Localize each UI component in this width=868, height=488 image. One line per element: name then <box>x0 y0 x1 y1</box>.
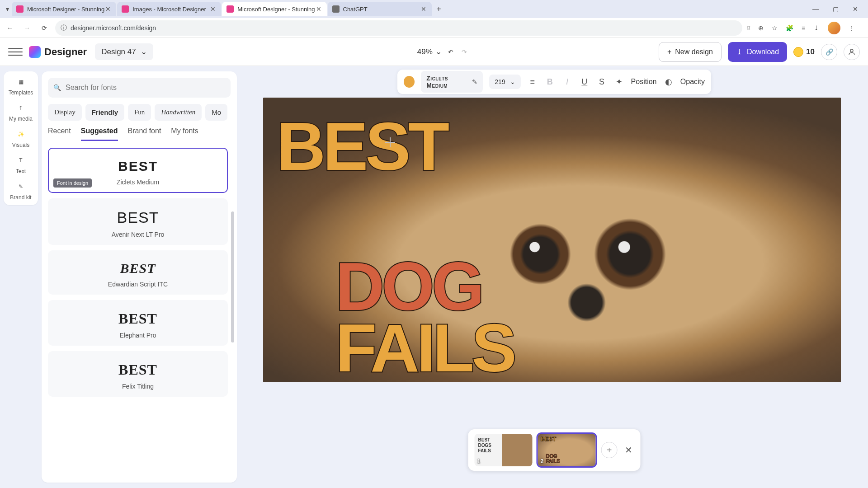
tab-title: Microsoft Designer - Stunning <box>237 6 315 13</box>
move-handle-icon[interactable] <box>385 137 395 147</box>
zoom-icon[interactable]: ⊕ <box>758 24 764 32</box>
side-rail-item-text[interactable]: TText <box>6 155 35 174</box>
font-tab-suggested[interactable]: Suggested <box>81 127 118 141</box>
extensions-icon[interactable]: 🧩 <box>786 24 793 32</box>
nav-back[interactable]: ← <box>4 22 16 34</box>
font-card[interactable]: BESTFelix Titling <box>48 351 228 397</box>
new-tab-button[interactable]: + <box>433 5 445 14</box>
text-element-fails[interactable]: FAILS <box>335 309 514 382</box>
align-icon[interactable]: ≡ <box>527 77 538 87</box>
font-name-label: Elephant Pro <box>55 332 221 339</box>
rail-item-label: Visuals <box>12 142 29 148</box>
tab-title: Images - Microsoft Designer <box>132 6 209 13</box>
font-card[interactable]: BESTEdwardian Script ITC <box>48 250 228 295</box>
position-button[interactable]: Position <box>631 78 657 86</box>
tab-title: Microsoft Designer - Stunning <box>27 6 104 13</box>
zoom-dropdown[interactable]: 49% ⌄ <box>417 47 442 56</box>
pencil-icon: ✎ <box>472 78 477 85</box>
underline-button[interactable]: U <box>579 77 590 87</box>
tab-search-dropdown[interactable]: ▾ <box>3 5 12 13</box>
main-area: ▦Templates⤒My media✨VisualsTText✎Brand k… <box>0 66 868 488</box>
font-tab-brand-font[interactable]: Brand font <box>128 127 161 141</box>
rail-item-icon: ⤒ <box>15 102 27 114</box>
side-rail-item-brand-kit[interactable]: ✎Brand kit <box>6 181 35 201</box>
chevron-down-icon: ⌄ <box>435 47 442 56</box>
font-size-value: 219 <box>495 78 505 85</box>
browser-tab[interactable]: Microsoft Designer - Stunning✕ <box>12 2 116 16</box>
download-label: Download <box>747 48 779 56</box>
hamburger-menu[interactable] <box>8 45 23 59</box>
font-category-chip[interactable]: Mo <box>205 104 227 121</box>
font-category-chip[interactable]: Fun <box>128 104 151 121</box>
window-close[interactable]: ✕ <box>845 0 865 18</box>
account-button[interactable] <box>844 44 860 60</box>
side-rail: ▦Templates⤒My media✨VisualsTText✎Brand k… <box>0 66 42 488</box>
redo-button[interactable]: ↷ <box>462 48 467 56</box>
font-search-box[interactable]: 🔍 <box>48 78 231 98</box>
tab-close-icon[interactable]: ✕ <box>315 5 322 13</box>
close-pages-strip[interactable]: ✕ <box>623 445 634 455</box>
side-rail-item-my-media[interactable]: ⤒My media <box>6 102 35 122</box>
bold-button[interactable]: B <box>544 77 555 87</box>
new-design-label: New design <box>675 48 713 56</box>
install-app-icon[interactable]: ⌑ <box>747 24 750 32</box>
tab-close-icon[interactable]: ✕ <box>209 5 217 13</box>
window-minimize[interactable]: — <box>806 0 826 18</box>
site-info-icon[interactable]: ⓘ <box>61 24 67 32</box>
font-search-input[interactable] <box>66 84 225 92</box>
text-element-best[interactable]: BEST <box>277 108 447 186</box>
side-rail-item-visuals[interactable]: ✨Visuals <box>6 128 35 148</box>
tab-close-icon[interactable]: ✕ <box>420 5 427 13</box>
design-name-dropdown[interactable]: Design 47 ⌄ <box>95 43 153 60</box>
font-preview: BEST <box>55 361 221 378</box>
address-bar[interactable]: ⓘ designer.microsoft.com/design <box>55 20 742 36</box>
add-page-button[interactable]: + <box>601 442 618 458</box>
font-tab-my-fonts[interactable]: My fonts <box>171 127 198 141</box>
design-canvas[interactable]: BEST DOG FAILS <box>263 98 841 382</box>
font-size-selector[interactable]: 219 ⌄ <box>489 75 520 89</box>
profile-avatar[interactable] <box>828 22 840 34</box>
reading-list-icon[interactable]: ≡ <box>802 24 805 32</box>
favicon-icon <box>122 5 129 13</box>
download-button[interactable]: ⭳ Download <box>728 42 787 62</box>
font-name-label: Edwardian Script ITC <box>55 281 221 288</box>
browser-tab[interactable]: Images - Microsoft Designer✕ <box>117 2 221 16</box>
share-link-button[interactable]: 🔗 <box>821 44 837 60</box>
font-card[interactable]: BESTElephant Pro <box>48 300 228 346</box>
bookmark-icon[interactable]: ☆ <box>772 24 778 32</box>
tab-close-icon[interactable]: ✕ <box>104 5 112 13</box>
browser-tab[interactable]: ChatGPT✕ <box>328 2 432 16</box>
font-category-chip[interactable]: Friendly <box>85 104 124 121</box>
kebab-menu-icon[interactable]: ⋮ <box>849 24 855 32</box>
font-category-chip[interactable]: Display <box>48 104 82 121</box>
font-tab-recent[interactable]: Recent <box>48 127 71 141</box>
font-category-chips: DisplayFriendlyFunHandwrittenMo <box>48 104 231 121</box>
effects-icon[interactable]: ✦ <box>613 77 624 87</box>
downloads-icon[interactable]: ⭳ <box>813 24 820 32</box>
side-rail-item-templates[interactable]: ▦Templates <box>6 76 35 96</box>
font-in-design-badge: Font in design <box>53 178 92 188</box>
font-card[interactable]: BESTZiclets MediumFont in design <box>48 148 228 193</box>
undo-redo-group: ↶ ↷ <box>448 48 467 56</box>
page-thumbnail-1[interactable]: 1 <box>475 434 533 466</box>
page-thumbnail-2[interactable]: 2 <box>538 434 596 466</box>
browser-tab[interactable]: Microsoft Designer - Stunning✕ <box>222 2 326 16</box>
scrollbar-thumb[interactable] <box>231 211 234 343</box>
nav-forward[interactable]: → <box>21 22 33 34</box>
nav-reload[interactable]: ⟳ <box>38 22 51 34</box>
font-list[interactable]: BESTZiclets MediumFont in designBESTAven… <box>48 148 231 476</box>
undo-button[interactable]: ↶ <box>448 48 453 56</box>
credits-counter[interactable]: 10 <box>793 47 815 57</box>
font-card[interactable]: BESTAvenir Next LT Pro <box>48 198 228 245</box>
text-color-swatch[interactable] <box>404 76 415 88</box>
browser-toolbar: ← → ⟳ ⓘ designer.microsoft.com/design ⌑ … <box>0 18 868 38</box>
canvas-area: Ziclets Medium ✎ 219 ⌄ ≡ B I U S ✦ Posit… <box>241 66 868 488</box>
font-category-chip[interactable]: Handwritten <box>155 104 202 121</box>
font-family-selector[interactable]: Ziclets Medium ✎ <box>421 71 483 93</box>
new-design-button[interactable]: + New design <box>659 42 722 62</box>
strikethrough-button[interactable]: S <box>596 77 607 87</box>
window-maximize[interactable]: ▢ <box>826 0 845 18</box>
opacity-button[interactable]: Opacity <box>680 78 705 86</box>
italic-button[interactable]: I <box>561 77 572 87</box>
url-text: designer.microsoft.com/design <box>71 24 156 32</box>
